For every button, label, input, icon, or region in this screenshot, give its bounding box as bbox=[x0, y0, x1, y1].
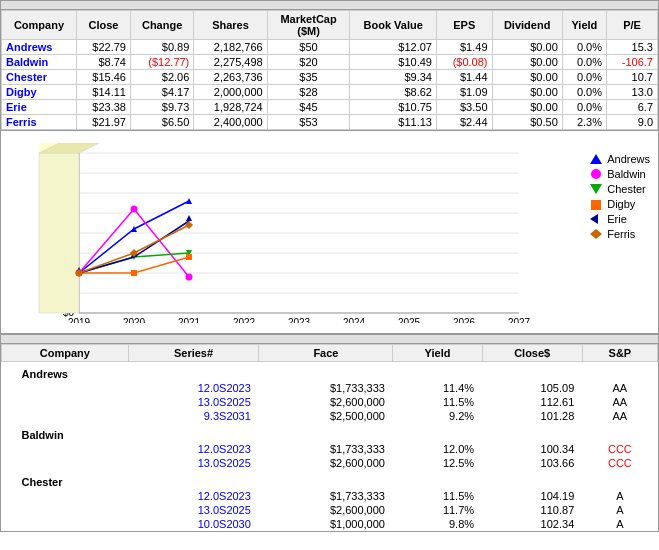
bond-face: $2,600,000 bbox=[259, 503, 393, 517]
bond-company-empty bbox=[2, 517, 129, 531]
stock-dividend: $0.00 bbox=[492, 55, 562, 70]
svg-marker-54 bbox=[590, 214, 598, 224]
stock-close: $21.97 bbox=[76, 115, 130, 130]
legend-digby-label: Digby bbox=[607, 198, 635, 210]
stock-eps: $1.44 bbox=[436, 70, 492, 85]
stock-bookvalue: $10.49 bbox=[350, 55, 437, 70]
stock-dividend: $0.00 bbox=[492, 40, 562, 55]
bond-company-name: Baldwin bbox=[2, 423, 658, 442]
stock-row: Ferris $21.97 $6.50 2,400,000 $53 $11.13… bbox=[2, 115, 658, 130]
stock-yield: 0.0% bbox=[562, 100, 606, 115]
col-company: Company bbox=[2, 11, 77, 40]
bond-series: 12.0S2023 bbox=[128, 381, 259, 395]
svg-text:2021: 2021 bbox=[178, 317, 201, 323]
stock-pe: 13.0 bbox=[606, 85, 657, 100]
bond-row: 13.0S2025 $2,600,000 11.7% 110.87 A bbox=[2, 503, 658, 517]
svg-rect-53 bbox=[591, 200, 601, 210]
legend-andrews: Andrews bbox=[589, 153, 650, 165]
svg-point-51 bbox=[591, 169, 601, 179]
bond-company-empty bbox=[2, 456, 129, 470]
svg-marker-46 bbox=[186, 215, 192, 221]
stock-yield: 0.0% bbox=[562, 40, 606, 55]
stock-bookvalue: $8.62 bbox=[350, 85, 437, 100]
svg-marker-50 bbox=[590, 154, 602, 164]
stock-table-container: Company Close Change Shares MarketCap($M… bbox=[0, 10, 659, 131]
bond-table-container: Company Series# Face Yield Close$ S&P An… bbox=[0, 344, 659, 532]
stock-close: $14.11 bbox=[76, 85, 130, 100]
bond-sp: AA bbox=[582, 395, 657, 409]
bond-series: 13.0S2025 bbox=[128, 456, 259, 470]
svg-text:2026: 2026 bbox=[453, 317, 476, 323]
stock-table: Company Close Change Shares MarketCap($M… bbox=[1, 10, 658, 130]
stock-company: Digby bbox=[2, 85, 77, 100]
bond-sp: AA bbox=[582, 409, 657, 423]
bond-face: $2,500,000 bbox=[259, 409, 393, 423]
bond-face: $2,600,000 bbox=[259, 395, 393, 409]
bond-col-yield: Yield bbox=[393, 345, 482, 362]
bond-title bbox=[0, 334, 659, 344]
bond-sp: CCC bbox=[582, 456, 657, 470]
stock-company: Baldwin bbox=[2, 55, 77, 70]
svg-text:2027: 2027 bbox=[508, 317, 531, 323]
stock-yield: 0.0% bbox=[562, 85, 606, 100]
stock-marketcap: $20 bbox=[267, 55, 350, 70]
stock-pe: -106.7 bbox=[606, 55, 657, 70]
stock-shares: 2,400,000 bbox=[194, 115, 267, 130]
bond-sp: AA bbox=[582, 381, 657, 395]
bond-yield: 9.8% bbox=[393, 517, 482, 531]
bond-company-empty bbox=[2, 381, 129, 395]
stock-eps: $2.44 bbox=[436, 115, 492, 130]
stock-bookvalue: $10.75 bbox=[350, 100, 437, 115]
stock-bookvalue: $9.34 bbox=[350, 70, 437, 85]
stock-shares: 2,275,498 bbox=[194, 55, 267, 70]
stock-bookvalue: $11.13 bbox=[350, 115, 437, 130]
stock-company: Andrews bbox=[2, 40, 77, 55]
bond-close: 112.61 bbox=[482, 395, 582, 409]
stock-change: $6.50 bbox=[130, 115, 193, 130]
stock-dividend: $0.00 bbox=[492, 100, 562, 115]
stock-marketcap: $53 bbox=[267, 115, 350, 130]
col-bookvalue: Book Value bbox=[350, 11, 437, 40]
col-eps: EPS bbox=[436, 11, 492, 40]
stock-change: $0.89 bbox=[130, 40, 193, 55]
bond-close: 103.66 bbox=[482, 456, 582, 470]
bond-row: 9.3S2031 $2,500,000 9.2% 101.28 AA bbox=[2, 409, 658, 423]
legend-baldwin: Baldwin bbox=[589, 168, 650, 180]
stock-eps: $1.09 bbox=[436, 85, 492, 100]
bond-series: 13.0S2025 bbox=[128, 395, 259, 409]
stock-shares: 1,928,724 bbox=[194, 100, 267, 115]
bond-series: 12.0S2023 bbox=[128, 442, 259, 456]
chart-legend: Andrews Baldwin Chester Digby Erie Ferri… bbox=[581, 153, 650, 240]
legend-erie: Erie bbox=[589, 213, 650, 225]
bond-yield: 9.2% bbox=[393, 409, 482, 423]
legend-ferris: Ferris bbox=[589, 228, 650, 240]
stock-dividend: $0.00 bbox=[492, 70, 562, 85]
col-change: Change bbox=[130, 11, 193, 40]
col-yield: Yield bbox=[562, 11, 606, 40]
svg-text:2025: 2025 bbox=[398, 317, 421, 323]
stock-pe: 6.7 bbox=[606, 100, 657, 115]
svg-rect-42 bbox=[131, 270, 137, 276]
bond-face: $1,733,333 bbox=[259, 381, 393, 395]
stock-company: Ferris bbox=[2, 115, 77, 130]
bond-row: 12.0S2023 $1,733,333 11.4% 105.09 AA bbox=[2, 381, 658, 395]
col-pe: P/E bbox=[606, 11, 657, 40]
bond-close: 104.19 bbox=[482, 489, 582, 503]
bond-company-name: Andrews bbox=[2, 362, 658, 382]
bond-yield: 11.5% bbox=[393, 395, 482, 409]
bond-sp: A bbox=[582, 489, 657, 503]
legend-andrews-label: Andrews bbox=[607, 153, 650, 165]
col-close: Close bbox=[76, 11, 130, 40]
bond-face: $1,733,333 bbox=[259, 442, 393, 456]
bond-row: 12.0S2023 $1,733,333 11.5% 104.19 A bbox=[2, 489, 658, 503]
bond-face: $2,600,000 bbox=[259, 456, 393, 470]
bond-sp: A bbox=[582, 503, 657, 517]
bond-series: 9.3S2031 bbox=[128, 409, 259, 423]
bond-series: 12.0S2023 bbox=[128, 489, 259, 503]
svg-text:2022: 2022 bbox=[233, 317, 256, 323]
svg-point-36 bbox=[131, 206, 138, 213]
stock-eps: ($0.08) bbox=[436, 55, 492, 70]
stock-row: Digby $14.11 $4.17 2,000,000 $28 $8.62 $… bbox=[2, 85, 658, 100]
bond-series: 10.0S2030 bbox=[128, 517, 259, 531]
bond-sp: A bbox=[582, 517, 657, 531]
